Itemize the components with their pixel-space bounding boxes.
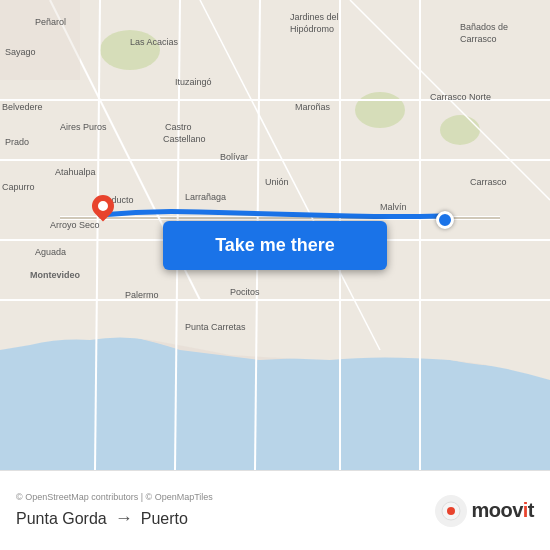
svg-text:Malvín: Malvín bbox=[380, 202, 407, 212]
svg-text:Unión: Unión bbox=[265, 177, 289, 187]
svg-text:Carrasco Norte: Carrasco Norte bbox=[430, 92, 491, 102]
svg-text:Palermo: Palermo bbox=[125, 290, 159, 300]
svg-text:Maroñas: Maroñas bbox=[295, 102, 331, 112]
svg-text:Capurro: Capurro bbox=[2, 182, 35, 192]
svg-text:Jardines del: Jardines del bbox=[290, 12, 339, 22]
footer: © OpenStreetMap contributors | © OpenMap… bbox=[0, 470, 550, 550]
svg-point-50 bbox=[447, 507, 455, 515]
svg-text:Hipódromo: Hipódromo bbox=[290, 24, 334, 34]
svg-text:Bolívar: Bolívar bbox=[220, 152, 248, 162]
svg-point-4 bbox=[440, 115, 480, 145]
svg-text:Punta Carretas: Punta Carretas bbox=[185, 322, 246, 332]
svg-text:Castro: Castro bbox=[165, 122, 192, 132]
svg-text:Las Acacias: Las Acacias bbox=[130, 37, 179, 47]
svg-text:Montevideo: Montevideo bbox=[30, 270, 81, 280]
route-row: Punta Gorda → Puerto bbox=[16, 508, 435, 529]
arrow-icon: → bbox=[115, 508, 133, 529]
to-label: Puerto bbox=[141, 510, 188, 528]
svg-text:Aguada: Aguada bbox=[35, 247, 66, 257]
svg-text:Bañados de: Bañados de bbox=[460, 22, 508, 32]
svg-text:Castellano: Castellano bbox=[163, 134, 206, 144]
svg-text:Arroyo Seco: Arroyo Seco bbox=[50, 220, 100, 230]
svg-text:Larrañaga: Larrañaga bbox=[185, 192, 226, 202]
footer-left: © OpenStreetMap contributors | © OpenMap… bbox=[16, 492, 435, 529]
svg-rect-17 bbox=[0, 0, 80, 80]
svg-text:Aires Puros: Aires Puros bbox=[60, 122, 107, 132]
moovit-text: moovit bbox=[471, 499, 534, 522]
origin-marker bbox=[436, 211, 454, 229]
svg-point-2 bbox=[100, 30, 160, 70]
attribution-text: © OpenStreetMap contributors | © OpenMap… bbox=[16, 492, 435, 502]
svg-text:Carrasco: Carrasco bbox=[470, 177, 507, 187]
moovit-logo: moovit bbox=[435, 495, 534, 527]
moovit-icon bbox=[435, 495, 467, 527]
svg-text:Pocitos: Pocitos bbox=[230, 287, 260, 297]
svg-text:Atahualpa: Atahualpa bbox=[55, 167, 96, 177]
svg-text:Prado: Prado bbox=[5, 137, 29, 147]
svg-text:Peñarol: Peñarol bbox=[35, 17, 66, 27]
svg-point-3 bbox=[355, 92, 405, 128]
map-container[interactable]: Peñarol Sayago Las Acacias Jardines del … bbox=[0, 0, 550, 470]
svg-text:Sayago: Sayago bbox=[5, 47, 36, 57]
svg-text:Carrasco: Carrasco bbox=[460, 34, 497, 44]
take-me-there-button[interactable]: Take me there bbox=[163, 221, 387, 270]
svg-text:Ituzaingó: Ituzaingó bbox=[175, 77, 212, 87]
from-label: Punta Gorda bbox=[16, 510, 107, 528]
svg-text:Belvedere: Belvedere bbox=[2, 102, 43, 112]
